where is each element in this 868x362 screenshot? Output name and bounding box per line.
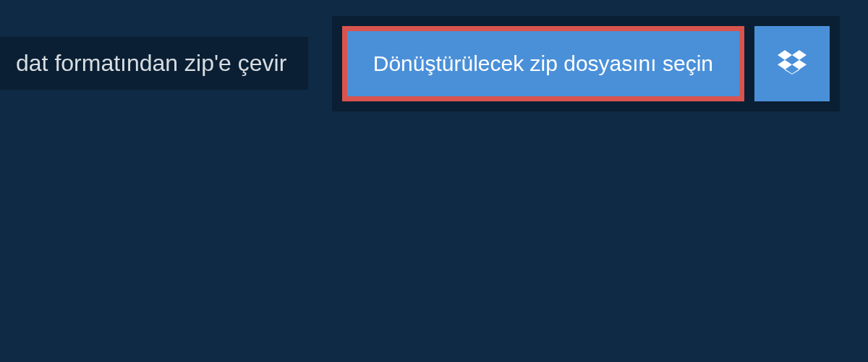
select-file-label: Dönüştürülecek zip dosyasını seçin xyxy=(373,51,713,76)
dropbox-icon xyxy=(778,48,807,80)
file-select-panel: Dönüştürülecek zip dosyasını seçin xyxy=(332,16,840,111)
page-title: dat formatından zip'e çevir xyxy=(0,37,308,90)
select-file-button[interactable]: Dönüştürülecek zip dosyasını seçin xyxy=(342,26,744,101)
dropbox-button[interactable] xyxy=(754,26,830,101)
